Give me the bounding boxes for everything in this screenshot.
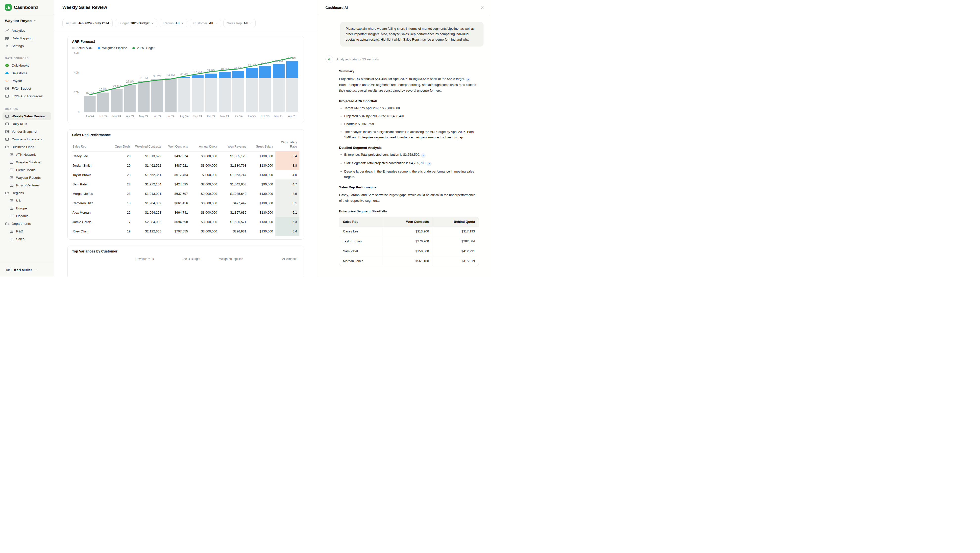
variances-column-2024-budget: 2024 Budget [183, 257, 200, 261]
item-label: Paycor [12, 79, 22, 83]
board-icon [10, 206, 14, 210]
table-row-taylor-brown[interactable]: Taylor Brown28$1,552,361$517,454$3000,00… [72, 170, 299, 180]
board-icon [10, 160, 14, 164]
gear-icon [5, 44, 9, 48]
table-row-jordan-smith[interactable]: Jordan Smith20$1,462,562$487,521$3,000,0… [72, 161, 299, 170]
item-label: Data Mapping [12, 36, 32, 40]
filter-customer[interactable]: CustomerAll [190, 19, 221, 27]
cashboard-ai-panel: Cashboard AI Please explain where we are… [318, 0, 490, 276]
board-oceania[interactable]: Oceania [7, 212, 51, 220]
ai-column-won-contracts: Won Contracts [384, 217, 433, 226]
item-label: Waystar Resorts [16, 175, 41, 180]
data-source-fy24-aug-reforecast[interactable]: FY24 Aug Reforecast [3, 92, 51, 100]
page-title: Weekly Sales Review [62, 5, 107, 10]
equalizer-icon [325, 56, 333, 63]
table-row-sam-patel[interactable]: Sam Patel28$1,272,104$424,035$2,000,000$… [72, 180, 299, 189]
board-royco-ventures[interactable]: Royco Ventures [7, 182, 51, 189]
table-row-cameron-diaz[interactable]: Cameron Diaz15$1,984,369$661,456$3,000,0… [72, 198, 299, 208]
board-waystar-studios[interactable]: Waystar Studios [7, 158, 51, 166]
sidebar-nav: AnalyticsData MappingSettings [0, 25, 54, 50]
sidebar-data-sources: qbQuickbooksSalesforcePaycorFY24 BudgetF… [0, 62, 54, 100]
board-sales[interactable]: Sales [7, 235, 51, 243]
board-r-d[interactable]: R&D [7, 228, 51, 235]
table-row-riley-chen[interactable]: Riley Chen19$2,122,665$707,555$3,000,000… [72, 226, 299, 236]
board-icon [10, 168, 14, 172]
svg-text:23.1M: 23.1M [113, 84, 121, 88]
board-regions[interactable]: Regions [3, 189, 51, 197]
svg-text:37.2M: 37.2M [194, 70, 202, 74]
legend-actual-arr: Actual ARR [72, 46, 92, 50]
item-label: Company Financials [12, 137, 42, 141]
ai-table-row-taylor-brown: Taylor Brown$276,900$282,584 [339, 236, 479, 246]
app-name: Cashboard [14, 5, 38, 10]
table-row-casey-lee[interactable]: Casey Lee20$1,313,622$437,874$3,000,000$… [72, 151, 299, 161]
enterprise-shortfalls-table: Sales RepWon ContractsBehind Quota Casey… [339, 217, 479, 266]
close-icon[interactable] [480, 5, 485, 10]
item-label: Departments [12, 222, 31, 226]
filter-budget[interactable]: Budget2025 Budget [115, 19, 158, 27]
data-source-salesforce[interactable]: Salesforce [3, 69, 51, 77]
board-pierce-media[interactable]: Pierce Media [7, 166, 51, 174]
data-source-paycor[interactable]: Paycor [3, 77, 51, 84]
boards-label: BOARDS [0, 100, 54, 112]
svg-text:40.6M: 40.6M [221, 67, 229, 71]
board-departments[interactable]: Departments [3, 220, 51, 228]
map-icon [5, 36, 9, 40]
column-header-gross-salary[interactable]: Gross Salary [249, 138, 275, 151]
filter-actuals[interactable]: ActualsJan 2024 - July 2024 [62, 19, 113, 27]
svg-text:Jul '24: Jul '24 [167, 115, 175, 118]
arrow-up-right-icon[interactable] [466, 78, 471, 82]
sales-table-title: Sales Rep Performance [72, 133, 299, 137]
item-label: Weekly Sales Review [12, 114, 45, 118]
salesforce-icon [5, 71, 9, 75]
item-label: Pierce Media [16, 168, 36, 172]
svg-text:46.6M: 46.6M [261, 61, 269, 65]
user-menu[interactable]: KM Karl Muller [0, 263, 54, 276]
board-vendor-snapshot[interactable]: Vendor Snapshot [3, 128, 51, 135]
column-header-sales-rep[interactable]: Sales Rep [72, 138, 110, 151]
filter-sales-rep[interactable]: Sales RepAll [223, 19, 256, 27]
org-switcher[interactable]: Waystar Royco [0, 14, 54, 25]
column-header-open-deals[interactable]: Open Deals [110, 138, 133, 151]
quickbooks-icon: qb [5, 64, 9, 68]
column-header-wins-salary-ratio[interactable]: Wins Salary Ratio [275, 138, 299, 151]
column-header-won-contracts[interactable]: Won Contracts [164, 138, 190, 151]
column-header-weighted-contracts[interactable]: Weighted Contracts [133, 138, 164, 151]
board-waystar-resorts[interactable]: Waystar Resorts [7, 174, 51, 182]
ai-table-row-morgan-jones: Morgan Jones$561,100$115,019 [339, 256, 479, 266]
variances-column-weighted-pipeline: Weighted Pipeline [219, 257, 243, 261]
board-company-financials[interactable]: Company Financials [3, 135, 51, 143]
svg-text:Mar '25: Mar '25 [274, 115, 283, 118]
column-header-won-revenue[interactable]: Won Revenue [220, 138, 249, 151]
board-weekly-sales-review[interactable]: Weekly Sales Review [3, 112, 51, 120]
svg-text:0: 0 [78, 111, 80, 114]
board-daily-kpis[interactable]: Daily KPIs [3, 120, 51, 128]
table-row-morgan-jones[interactable]: Morgan Jones28$1,913,091$637,697$2,000,0… [72, 189, 299, 198]
svg-text:31.3M: 31.3M [140, 76, 148, 80]
board-atn-network[interactable]: ATN Network [7, 151, 51, 158]
table-row-alex-morgan[interactable]: Alex Morgan22$1,994,223$664,741$3,000,00… [72, 208, 299, 217]
legend-weighted-pipeline: Weighted Pipeline [98, 46, 127, 50]
ai-column-behind-quota: Behind Quota [433, 217, 479, 226]
folder-icon [5, 222, 9, 226]
svg-text:51.4M: 51.4M [288, 56, 296, 60]
board-europe[interactable]: Europe [7, 204, 51, 212]
item-label: Daily KPIs [12, 122, 27, 126]
arrow-up-right-icon[interactable] [427, 162, 431, 166]
data-source-quickbooks[interactable]: qbQuickbooks [3, 62, 51, 69]
app-logo[interactable]: Cashboard [0, 0, 54, 14]
item-label: FY24 Budget [12, 86, 31, 91]
sidebar-item-data-mapping[interactable]: Data Mapping [3, 34, 51, 42]
board-business-lines[interactable]: Business Lines [3, 143, 51, 151]
svg-text:Jan '25: Jan '25 [248, 115, 256, 118]
board-us[interactable]: US [7, 197, 51, 204]
arrow-up-right-icon[interactable] [421, 153, 426, 158]
data-source-fy24-budget[interactable]: FY24 Budget [3, 84, 51, 92]
svg-text:Jan '24: Jan '24 [86, 115, 94, 118]
table-row-jamie-garcia[interactable]: Jamie Garcia17$2,084,093$694,698$3,000,0… [72, 217, 299, 226]
sidebar-item-analytics[interactable]: Analytics [3, 27, 51, 34]
column-header-annual-quota[interactable]: Annual Quota [190, 138, 220, 151]
sidebar-item-settings[interactable]: Settings [3, 42, 51, 50]
filter-region[interactable]: RegionAll [160, 19, 187, 27]
board-icon [5, 114, 9, 118]
